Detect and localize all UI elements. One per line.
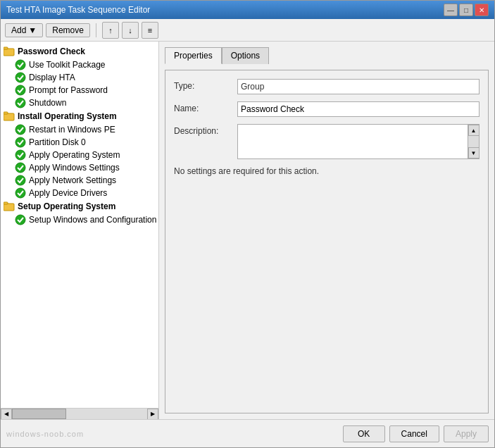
check-icon-partition-disk [15,137,26,148]
tree-item-display-hta[interactable]: Display HTA [12,71,158,84]
bottom-bar: windows-noob.com OK Cancel Apply [1,419,494,447]
tree-item-apply-os[interactable]: Apply Operating System [12,149,158,161]
tree-item-prompt-password[interactable]: Prompt for Password [12,84,158,97]
no-settings-message: No settings are required for this action… [174,166,480,176]
tree-item-apply-windows-settings[interactable]: Apply Windows Settings [12,161,158,174]
move-down-button[interactable]: ↓ [122,22,139,39]
folder-icon-setup [4,201,15,212]
description-textarea[interactable] [238,125,468,158]
setup-os-children: Setup Windows and Configuration [1,213,158,226]
description-wrapper: ▲ ▼ [237,124,480,159]
watermark: windows-noob.com [6,430,84,438]
item-label: Restart in Windows PE [29,125,115,135]
remove-label: Remove [52,25,84,35]
tab-content-properties: Type: Name: Description: ▲ [165,70,489,413]
check-icon-apply-windows-settings [15,162,26,173]
group-password-check-label: Password Check [18,46,85,56]
tab-bar: Properties Options [165,47,489,64]
item-label: Display HTA [29,73,75,82]
add-dropdown-icon: ▼ [28,25,37,35]
scroll-up-arrow[interactable]: ▲ [468,125,480,136]
remove-button[interactable]: Remove [46,23,90,37]
check-icon-setup-windows [15,214,26,225]
check-icon-apply-os [15,149,26,161]
name-input[interactable] [237,101,480,117]
description-row: Description: ▲ ▼ [174,124,480,159]
check-icon-display-hta [15,72,26,83]
horizontal-scrollbar[interactable]: ◀ ▶ [1,408,158,419]
group-setup-os[interactable]: Setup Operating System [1,199,158,213]
tree-item-apply-drivers[interactable]: Apply Device Drivers [12,187,158,199]
toolbar: Add ▼ Remove ↑ ↓ ≡ [1,19,494,42]
description-scrollbar: ▲ ▼ [468,125,479,158]
svg-point-12 [15,175,25,185]
tree-item-apply-network[interactable]: Apply Network Settings [12,174,158,187]
item-label: Apply Network Settings [29,175,116,185]
svg-point-11 [15,163,25,173]
tab-properties[interactable]: Properties [165,47,222,64]
scroll-left-button[interactable]: ◀ [1,409,12,420]
scroll-thumb[interactable] [12,409,66,419]
check-icon-prompt-password [15,85,26,96]
item-label: Partition Disk 0 [29,137,86,147]
folder-icon-install [4,111,15,122]
item-label: Use Toolkit Package [29,60,106,70]
move-up-button[interactable]: ↑ [102,22,119,39]
item-label: Apply Windows Settings [29,163,120,173]
type-label: Type: [174,79,237,91]
scroll-track [12,409,147,419]
main-content: Password Check Use Toolkit Package [1,42,494,419]
tab-options-label: Options [231,51,260,61]
check-icon-restart-winpe [15,124,26,135]
check-icon-use-toolkit [15,59,26,70]
task-sequence-tree: Password Check Use Toolkit Package [1,42,159,408]
tree-item-setup-windows[interactable]: Setup Windows and Configuration [12,213,158,226]
type-row: Type: [174,79,480,94]
close-button[interactable]: ✕ [475,4,489,16]
scroll-down-arrow[interactable]: ▼ [468,147,480,158]
minimize-button[interactable]: — [444,4,458,16]
check-icon-apply-network [15,175,26,186]
type-input[interactable] [237,79,480,94]
group-setup-os-label: Setup Operating System [18,201,115,211]
group-password-check[interactable]: Password Check [1,44,158,58]
cancel-button[interactable]: Cancel [389,425,439,442]
item-label: Apply Operating System [29,150,120,160]
install-os-children: Restart in Windows PE Partition Disk 0 [1,123,158,199]
tree-item-use-toolkit[interactable]: Use Toolkit Package [12,58,158,71]
svg-rect-1 [4,47,8,49]
item-label: Prompt for Password [29,85,108,95]
svg-point-8 [15,125,25,135]
bottom-buttons: OK Cancel Apply [343,425,489,442]
svg-point-16 [15,215,25,225]
apply-button[interactable]: Apply [444,425,489,442]
svg-point-4 [15,85,25,95]
svg-rect-7 [4,112,8,114]
add-label: Add [11,25,26,35]
svg-point-5 [15,98,25,108]
tree-item-restart-winpe[interactable]: Restart in Windows PE [12,123,158,136]
maximize-button[interactable]: □ [459,4,473,16]
group-install-os[interactable]: Install Operating System [1,109,158,123]
tree-item-shutdown[interactable]: Shutdown [12,97,158,109]
properties-icon-button[interactable]: ≡ [142,22,158,39]
folder-icon [4,46,15,57]
add-button[interactable]: Add ▼ [5,23,43,37]
main-window: Test HTA Image Task Sequence Editor — □ … [0,0,495,448]
window-title: Test HTA Image Task Sequence Editor [6,5,150,15]
description-label: Description: [174,124,237,136]
item-label: Shutdown [29,98,66,108]
titlebar-buttons: — □ ✕ [444,4,489,16]
tab-options[interactable]: Options [222,47,269,64]
svg-point-9 [15,137,25,147]
item-label: Setup Windows and Configuration [29,215,156,225]
tree-item-partition-disk[interactable]: Partition Disk 0 [12,136,158,149]
ok-button[interactable]: OK [343,425,385,442]
svg-point-13 [15,188,25,198]
check-icon-shutdown [15,97,26,108]
svg-point-10 [15,150,25,160]
item-label: Apply Device Drivers [29,188,107,198]
group-install-os-label: Install Operating System [18,111,117,121]
properties-panel: Properties Options Type: Name: [159,42,494,419]
scroll-right-button[interactable]: ▶ [147,409,158,420]
